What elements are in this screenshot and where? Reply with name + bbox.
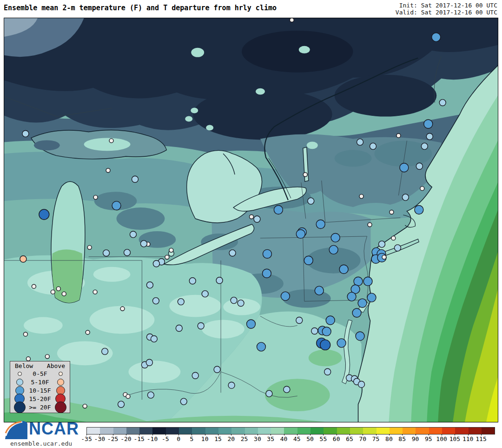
legend-row-label: 10-15F <box>26 387 54 394</box>
colorbar-tick-label: -25 <box>107 435 118 442</box>
colorbar-tick-label: 105 <box>449 435 460 442</box>
station-marker-b3 <box>358 299 367 308</box>
legend-row-label: >= 20F <box>26 404 54 411</box>
station-marker-b3 <box>424 120 433 128</box>
station-marker-b2 <box>147 392 154 398</box>
colorbar-cell <box>363 428 376 434</box>
station-marker-b2 <box>284 386 290 393</box>
colorbar-cell <box>390 428 403 434</box>
station-marker-b3 <box>257 342 265 351</box>
station-marker-b2 <box>370 143 376 149</box>
station-marker-b3 <box>304 256 313 265</box>
legend-row: 0-5F <box>13 369 67 378</box>
legend-above-header: Above <box>47 362 65 369</box>
colorbar-tick-label: -15 <box>133 435 144 442</box>
colorbar-tick-label: -30 <box>94 435 105 442</box>
colorbar-cell <box>100 428 113 434</box>
station-marker-b1 <box>93 290 97 294</box>
station-marker-b2 <box>152 298 159 304</box>
colorbar-cell <box>482 428 495 434</box>
station-marker-b1 <box>120 307 125 311</box>
station-marker-b1 <box>290 18 294 22</box>
colorbar-cell <box>179 428 192 434</box>
station-marker-b3 <box>331 233 340 242</box>
station-marker-b3 <box>337 339 346 348</box>
station-marker-b3 <box>400 163 409 172</box>
station-marker-b2 <box>178 299 184 305</box>
station-marker-b2 <box>266 390 272 397</box>
station-marker-b3 <box>112 201 121 210</box>
station-marker-b3 <box>263 249 271 258</box>
station-marker-b1 <box>126 395 130 399</box>
station-marker-b2 <box>229 250 236 256</box>
station-marker-b2 <box>358 381 365 388</box>
station-marker-b2 <box>22 130 29 137</box>
station-marker-b2 <box>439 100 446 106</box>
weather-map-page: Ensemble mean 2-m temperature (F) and T … <box>0 0 502 448</box>
colorbar-tick-label: 70 <box>359 435 366 442</box>
colorbar-cell <box>126 428 139 434</box>
station-marker-b2 <box>146 359 152 366</box>
colorbar-tick-label: -20 <box>120 435 131 442</box>
station-marker-b1 <box>382 255 386 259</box>
station-marker-b2 <box>102 348 108 354</box>
station-marker-b3 <box>363 277 372 286</box>
station-marker-b1 <box>56 287 60 291</box>
station-marker-b2 <box>421 143 428 149</box>
colorbar-cell <box>166 428 179 434</box>
station-marker-b3 <box>274 206 283 214</box>
legend-circle-a1 <box>59 372 63 376</box>
station-marker-b2 <box>254 216 260 222</box>
colorbar-cell <box>152 428 165 434</box>
site-url[interactable]: ensemble.ucar.edu <box>10 440 72 447</box>
colorbar-tick-label: 5 <box>190 435 193 442</box>
page-title: Ensemble mean 2-m temperature (F) and T … <box>4 4 277 12</box>
station-marker-b1 <box>23 332 27 336</box>
station-marker-b2 <box>189 278 196 284</box>
station-marker-b3 <box>316 220 325 229</box>
colorbar-tick-label: 35 <box>267 435 274 442</box>
station-marker-b2 <box>308 198 314 204</box>
station-marker-b1 <box>32 284 36 288</box>
colorbar-cell <box>376 428 390 434</box>
legend-circle-b2 <box>16 379 23 386</box>
station-marker-b2 <box>180 398 187 405</box>
station-marker-b2 <box>426 133 433 140</box>
colorbar-cell <box>442 428 455 434</box>
station-marker-b2 <box>176 325 182 331</box>
station-marker-b3 <box>247 320 256 328</box>
legend-below-header: Below <box>15 362 33 369</box>
colorbar-cell <box>416 428 429 434</box>
colorbar-cell <box>403 428 416 434</box>
colorbar-tick-label: 25 <box>241 435 248 442</box>
station-marker-b3 <box>432 33 441 41</box>
colorbar-cell <box>350 428 363 434</box>
legend-circle-b5 <box>14 401 26 413</box>
station-marker-b2 <box>394 245 401 251</box>
colorbar-cell <box>429 428 442 434</box>
ncar-logo-text: NCAR <box>29 419 79 439</box>
legend-box: Below Above 0-5F5-10F10-15F15-20F>= 20F <box>10 361 70 413</box>
station-marker-b1 <box>303 173 307 177</box>
station-marker-b2 <box>192 372 198 379</box>
station-marker-b3 <box>415 206 423 214</box>
colorbar-tick-label: -5 <box>162 435 169 442</box>
station-marker-b1 <box>87 245 92 249</box>
station-marker-b3 <box>367 293 376 302</box>
station-marker-b3 <box>356 332 364 341</box>
colorbar-tick-label: 10 <box>201 435 209 442</box>
station-marker-b2 <box>416 163 423 169</box>
colorbar-tick-label: 40 <box>280 435 288 442</box>
station-marker-b1 <box>93 195 98 200</box>
station-marker-b1 <box>83 404 87 408</box>
station-marker-b2 <box>202 291 208 297</box>
colorbar-tick-label: 90 <box>412 435 419 442</box>
legend-row: >= 20F <box>13 403 67 411</box>
colorbar-tick-label: 95 <box>425 435 432 442</box>
colorbar-tick-label: 75 <box>372 435 380 442</box>
colorbar-cell <box>310 428 324 434</box>
station-marker-b2 <box>130 231 136 238</box>
station-marker-b1 <box>420 187 424 191</box>
station-marker-b2 <box>378 241 385 247</box>
station-marker-b2 <box>216 277 223 284</box>
